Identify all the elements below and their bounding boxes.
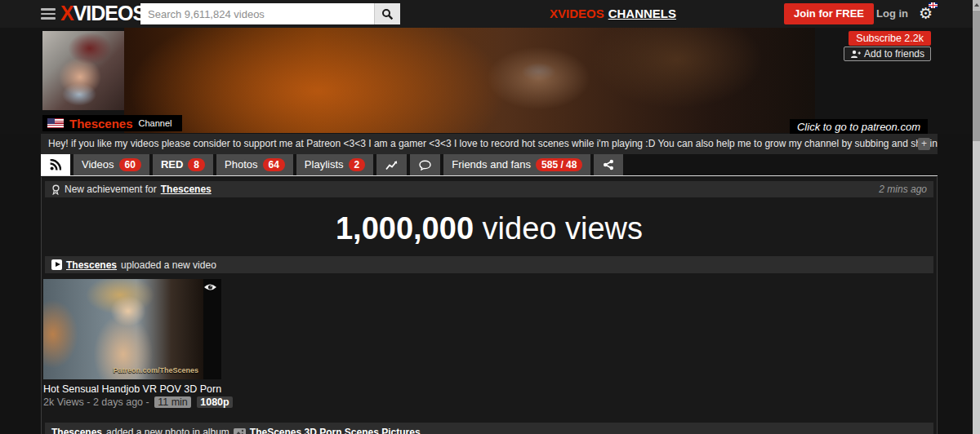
tab-photos-label: Photos — [225, 154, 257, 175]
login-link[interactable]: Log in — [876, 7, 908, 20]
search-button[interactable] — [374, 3, 400, 24]
photo-album-row: Thescenes added a new photo in album The… — [45, 423, 933, 434]
scrollbar-up-arrow[interactable] — [973, 0, 980, 10]
tab-playlists-count: 2 — [349, 158, 366, 171]
achievement-user-link[interactable]: Thescenes — [161, 184, 212, 195]
achievement-text: video views — [483, 211, 643, 246]
photo-album-icon — [234, 428, 246, 434]
tab-playlists[interactable]: Playlists2 — [296, 154, 373, 175]
subscribe-label: Subscribe 2.2k — [856, 33, 924, 44]
channel-name[interactable]: Thescenes — [69, 117, 133, 131]
video-quality-badge: 1080p — [197, 396, 232, 408]
views-eye-icon[interactable] — [203, 282, 217, 292]
logo-x: X — [60, 2, 74, 24]
page-scrollbar[interactable] — [973, 0, 980, 434]
tab-share[interactable] — [594, 154, 623, 175]
upload-action: uploaded a new video — [121, 259, 216, 271]
patreon-note[interactable]: Click to go to patreon.com — [790, 119, 928, 135]
video-thumbnail-image — [43, 279, 203, 379]
video-card: Patreon.com/TheScenes Hot Sensual Handjo… — [43, 279, 221, 408]
photo-album-link[interactable]: TheScenes 3D Porn Scenes Pictures — [250, 427, 421, 434]
tab-playlists-label: Playlists — [305, 154, 344, 175]
achievement-row: New achievement for Thescenes 2 mins ago — [45, 181, 933, 197]
subscribe-button[interactable]: Subscribe 2.2k — [849, 31, 931, 46]
achievement-time: 2 mins ago — [879, 184, 927, 195]
tab-red[interactable]: RED8 — [153, 154, 213, 175]
channels-label: CHANNELS — [608, 7, 676, 20]
tab-photos[interactable]: Photos64 — [216, 154, 293, 175]
menu-icon[interactable] — [41, 8, 56, 20]
tab-red-label: RED — [161, 154, 183, 175]
tab-photos-count: 64 — [263, 158, 285, 171]
search-bar — [140, 3, 400, 24]
channel-type-label: Channel — [139, 118, 172, 128]
channel-label: Thescenes Channel — [42, 115, 182, 131]
tab-activity-feed[interactable] — [41, 154, 70, 175]
share-icon — [603, 159, 614, 170]
channel-avatar[interactable] — [42, 31, 124, 110]
us-flag-icon — [47, 118, 64, 128]
search-icon — [381, 8, 394, 20]
language-flag-icon[interactable] — [929, 2, 938, 8]
tab-statistics[interactable] — [376, 154, 407, 175]
logo-videos: VIDEOS — [74, 2, 145, 24]
tab-videos[interactable]: Videos60 — [74, 154, 149, 175]
channel-announcement: Hey! if you like my videos please consid… — [41, 134, 938, 154]
tab-friends-label: Friends and fans — [452, 154, 531, 175]
thumbnail-watermark: Patreon.com/TheScenes — [113, 366, 198, 374]
achievement-headline: 1,000,000 video views — [42, 207, 937, 250]
channel-banner-image[interactable] — [124, 28, 815, 133]
tab-comments[interactable] — [410, 154, 440, 175]
add-friend-icon — [850, 50, 861, 59]
add-friends-label: Add to friends — [864, 48, 924, 60]
channel-banner-zone: Thescenes Channel Subscribe 2.2k Add to … — [0, 28, 980, 134]
site-logo[interactable]: XVIDEOS — [60, 2, 145, 25]
search-input[interactable] — [140, 3, 374, 24]
announcement-text: Hey! if you like my videos please consid… — [48, 138, 938, 149]
upload-row: Thescenes uploaded a new video — [45, 256, 933, 273]
activity-feed-panel: New achievement for Thescenes 2 mins ago… — [41, 177, 938, 434]
upload-user-link[interactable]: Thescenes — [66, 259, 117, 271]
video-views-age: 2k Views - 2 days ago - — [43, 396, 149, 408]
stats-chart-icon — [385, 160, 398, 170]
add-to-friends-button[interactable]: Add to friends — [844, 46, 931, 61]
tab-friends-and-fans[interactable]: Friends and fans585 / 48 — [443, 154, 590, 175]
tab-videos-count: 60 — [119, 158, 141, 171]
top-bar: XVIDEOS XVIDEOSCHANNELS Join for FREE Lo… — [0, 0, 980, 28]
tab-friends-count: 585 / 48 — [536, 158, 582, 171]
photo-user-link[interactable]: Thescenes — [51, 427, 102, 434]
channels-link[interactable]: XVIDEOSCHANNELS — [550, 7, 676, 20]
achievement-prefix: New achievement for — [65, 184, 157, 195]
photo-action: added a new photo in album — [106, 427, 229, 434]
video-title[interactable]: Hot Sensual Handjob VR POV 3D Porn — [43, 383, 221, 395]
join-for-free-button[interactable]: Join for FREE — [784, 3, 874, 24]
achievement-medal-icon — [51, 184, 60, 195]
video-meta: 2k Views - 2 days ago - 11 min 1080p — [43, 396, 221, 408]
expand-announcement-button[interactable]: + — [918, 138, 930, 150]
channel-tab-bar: Videos60 RED8 Photos64 Playlists2 Friend… — [41, 155, 938, 176]
tab-videos-label: Videos — [82, 154, 114, 175]
comment-bubble-icon — [419, 160, 431, 170]
tab-red-count: 8 — [188, 158, 205, 171]
play-icon — [51, 259, 62, 270]
achievement-value: 1,000,000 — [336, 211, 474, 246]
video-thumbnail[interactable]: Patreon.com/TheScenes — [43, 279, 221, 379]
rss-icon — [50, 159, 61, 170]
scrollbar-thumb[interactable] — [973, 11, 980, 141]
video-duration-badge: 11 min — [154, 396, 191, 408]
channels-brand: XVIDEOS — [550, 7, 604, 20]
